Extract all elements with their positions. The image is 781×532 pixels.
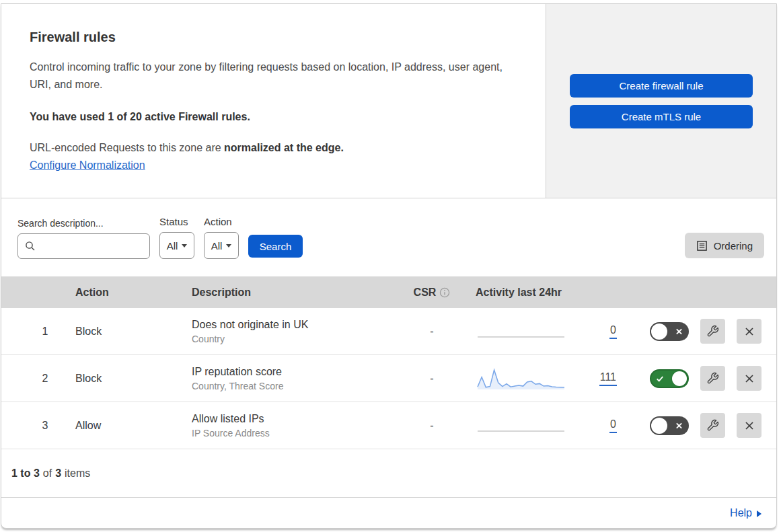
wrench-icon	[706, 325, 719, 338]
chevron-down-icon	[226, 244, 231, 248]
configure-normalization-link[interactable]: Configure Normalization	[30, 159, 145, 171]
wrench-icon	[706, 419, 719, 432]
filter-bar: Search description... Status All Action …	[1, 198, 776, 276]
search-box[interactable]	[17, 233, 150, 259]
ordering-button[interactable]: Ordering	[685, 233, 764, 258]
search-input[interactable]	[41, 240, 143, 253]
help-link[interactable]: Help	[730, 507, 761, 519]
rule-description: IP reputation score	[192, 364, 405, 379]
wrench-icon	[706, 372, 719, 385]
activity-count-link[interactable]: 0	[609, 418, 617, 433]
x-icon	[675, 328, 683, 335]
action-label: Action	[204, 216, 239, 227]
action-group: Action All	[204, 216, 239, 259]
help-bar: Help	[1, 498, 776, 528]
create-firewall-rule-button[interactable]: Create firewall rule	[570, 74, 753, 98]
range-text: 1 to 3	[11, 467, 40, 480]
column-action: Action	[69, 287, 183, 299]
rule-csr: -	[405, 326, 459, 338]
rule-csr: -	[405, 420, 459, 432]
rule-priority: 3	[22, 420, 69, 432]
page-description: Control incoming traffic to your zone by…	[30, 59, 517, 93]
table-body: 1BlockDoes not originate in UKCountry-02…	[1, 308, 776, 449]
info-icon[interactable]	[439, 287, 450, 298]
edit-rule-button[interactable]	[700, 366, 725, 391]
pagination-footer: 1 to 3of3items	[1, 449, 776, 498]
activity-sparkline	[476, 412, 566, 439]
ordering-list-icon	[696, 240, 708, 252]
rule-action: Block	[69, 326, 183, 338]
rule-activity-cell: 0	[459, 412, 617, 439]
toggle-knob	[672, 371, 687, 386]
firewall-rules-card: Firewall rules Control incoming traffic …	[1, 3, 777, 529]
rule-description-cell: Does not originate in UKCountry	[183, 317, 405, 346]
search-label: Search description...	[17, 218, 150, 229]
rule-activity-cell: 0	[459, 318, 617, 345]
status-group: Status All	[159, 216, 194, 259]
activity-sparkline	[476, 365, 566, 392]
rule-activity-cell: 111	[459, 365, 617, 392]
top-section: Firewall rules Control incoming traffic …	[1, 4, 776, 198]
activity-count-link[interactable]: 111	[599, 371, 617, 386]
close-icon	[744, 373, 755, 384]
edit-rule-button[interactable]	[700, 413, 725, 438]
table-row: 1BlockDoes not originate in UKCountry-0	[1, 308, 776, 355]
status-dropdown[interactable]: All	[159, 232, 194, 259]
search-icon	[25, 241, 36, 252]
rule-priority: 1	[22, 326, 69, 338]
check-icon	[656, 375, 664, 383]
table-row: 2BlockIP reputation scoreCountry, Threat…	[1, 355, 776, 402]
table-row: 3AllowAllow listed IPsIP Source Address-…	[1, 402, 776, 449]
column-description: Description	[183, 287, 405, 299]
rule-action: Block	[69, 373, 183, 385]
chevron-down-icon	[182, 244, 187, 248]
search-button[interactable]: Search	[248, 235, 303, 258]
rule-description: Allow listed IPs	[192, 411, 405, 426]
column-csr: CSR	[405, 287, 459, 299]
rule-fields: IP Source Address	[192, 426, 405, 440]
rule-fields: Country, Threat Score	[192, 379, 405, 393]
create-mtls-rule-button[interactable]: Create mTLS rule	[570, 105, 753, 128]
search-group: Search description...	[17, 218, 150, 259]
x-icon	[675, 422, 683, 429]
rule-controls	[617, 366, 761, 391]
intro-panel: Firewall rules Control incoming traffic …	[1, 4, 546, 198]
rule-description: Does not originate in UK	[192, 317, 405, 332]
rule-fields: Country	[192, 332, 405, 346]
rule-enabled-toggle[interactable]	[650, 416, 689, 435]
toggle-knob	[651, 324, 667, 340]
column-activity: Activity last 24hr	[459, 287, 617, 299]
close-icon	[744, 420, 755, 431]
activity-sparkline	[476, 318, 566, 345]
delete-rule-button[interactable]	[737, 319, 761, 344]
cta-panel: Create firewall rule Create mTLS rule	[546, 4, 776, 198]
rule-enabled-toggle[interactable]	[650, 369, 689, 388]
status-label: Status	[159, 216, 194, 227]
usage-summary: You have used 1 of 20 active Firewall ru…	[30, 111, 517, 123]
delete-rule-button[interactable]	[737, 413, 761, 438]
rule-description-cell: Allow listed IPsIP Source Address	[183, 411, 405, 440]
rule-action: Allow	[69, 420, 183, 432]
rule-description-cell: IP reputation scoreCountry, Threat Score	[183, 364, 405, 393]
edit-rule-button[interactable]	[700, 319, 725, 344]
rule-controls	[617, 319, 761, 344]
close-icon	[744, 326, 755, 337]
rule-priority: 2	[22, 373, 69, 385]
table-header: Action Description CSR Activity last 24h…	[1, 276, 776, 308]
page-title: Firewall rules	[30, 30, 517, 45]
toggle-knob	[651, 418, 667, 434]
rule-controls	[617, 413, 761, 438]
action-dropdown[interactable]: All	[204, 232, 239, 259]
normalization-note: URL-encoded Requests to this zone are no…	[30, 142, 517, 154]
activity-count-link[interactable]: 0	[609, 324, 617, 339]
rule-enabled-toggle[interactable]	[650, 322, 689, 341]
caret-right-icon	[757, 510, 761, 517]
delete-rule-button[interactable]	[737, 366, 761, 391]
rule-csr: -	[405, 373, 459, 385]
firewall-rules-page: Firewall rules Control incoming traffic …	[0, 0, 781, 532]
